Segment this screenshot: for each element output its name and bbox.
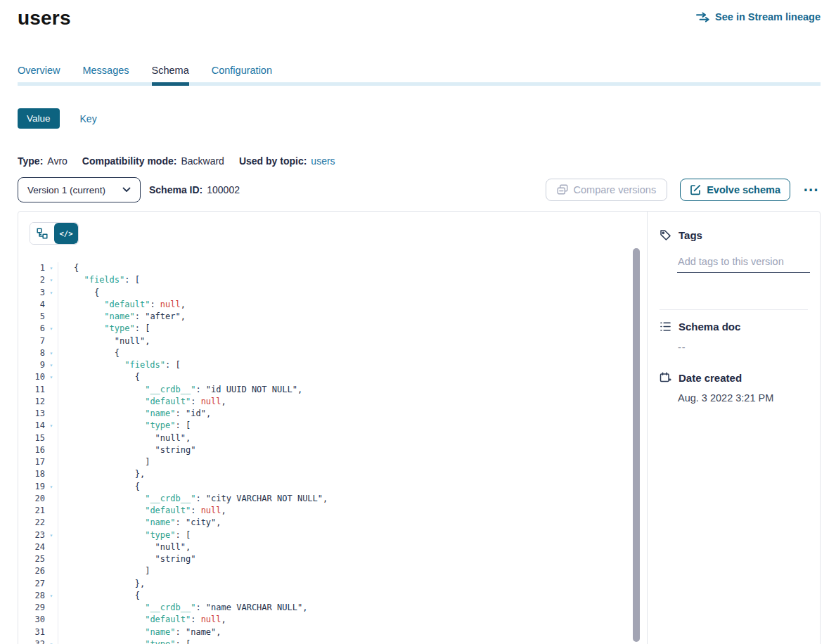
value-toggle-button[interactable]: Value [18, 108, 60, 129]
compatibility-value: Backward [181, 155, 224, 167]
version-select[interactable]: Version 1 (current) [18, 177, 141, 202]
code-line-content: "default": null, [58, 505, 226, 517]
line-number: 5 [18, 311, 45, 323]
line-number: 18 [18, 468, 45, 480]
fold-arrow-icon[interactable]: ▾ [45, 262, 58, 274]
fold-gutter [45, 432, 58, 444]
schema-doc-title: Schema doc [679, 321, 740, 333]
line-number: 10 [18, 371, 45, 383]
line-number: 12 [18, 396, 45, 408]
code-line-content: }, [58, 468, 145, 480]
schema-editor: </> 1▾{2▾ "fields": [3▾ {4 "default": nu… [18, 212, 648, 644]
schema-id: Schema ID: 100002 [149, 184, 240, 195]
fold-arrow-icon[interactable]: ▾ [45, 323, 58, 335]
schema-page: users See in Stream lineage Overview Mes… [0, 0, 836, 644]
line-number: 24 [18, 541, 45, 553]
tab-configuration[interactable]: Configuration [212, 65, 272, 86]
code-view-button[interactable]: </> [54, 223, 78, 244]
code-line-content: "__crdb__": "id UUID NOT NULL", [58, 384, 302, 396]
used-by-topic-link[interactable]: users [311, 155, 335, 167]
more-options-button[interactable]: ⋯ [803, 186, 819, 193]
tree-view-icon [37, 228, 48, 239]
tab-overview[interactable]: Overview [18, 65, 60, 86]
code-line: 5 "name": "after", [18, 311, 647, 323]
tab-messages[interactable]: Messages [82, 65, 129, 86]
code-line-content: { [58, 590, 140, 602]
compare-versions-button[interactable]: Compare versions [546, 179, 668, 201]
compare-versions-icon [557, 184, 568, 195]
type-value: Avro [47, 155, 67, 167]
code-line: 19▾ { [18, 481, 647, 493]
schema-sidebar: Tags Schema doc -- [648, 212, 820, 644]
fold-gutter [45, 468, 58, 480]
page-title: users [18, 7, 71, 30]
line-number: 2 [18, 274, 45, 286]
line-number: 14 [18, 420, 45, 432]
fold-arrow-icon[interactable]: ▾ [45, 274, 58, 286]
code-line-content: "default": null, [58, 614, 226, 626]
tags-input[interactable] [677, 256, 810, 273]
tags-section-header: Tags [660, 229, 808, 241]
code-line: 13 "name": "id", [18, 408, 647, 420]
code-line-content: "default": null, [58, 396, 226, 408]
fold-arrow-icon[interactable]: ▾ [45, 590, 58, 602]
code-line-content: "null", [58, 335, 150, 347]
code-line-content: "__crdb__": "name VARCHAR NULL", [58, 602, 307, 614]
fold-gutter [45, 408, 58, 420]
code-line: 4 "default": null, [18, 299, 647, 311]
key-toggle-button[interactable]: Key [80, 113, 97, 124]
code-line: 10▾ { [18, 371, 647, 383]
see-in-stream-lineage-link[interactable]: See in Stream lineage [696, 11, 821, 22]
fold-arrow-icon[interactable]: ▾ [45, 529, 58, 541]
line-number: 4 [18, 299, 45, 311]
fold-arrow-icon[interactable]: ▾ [45, 287, 58, 299]
fold-gutter [45, 517, 58, 529]
version-select-value: Version 1 (current) [27, 185, 105, 195]
fold-arrow-icon[interactable]: ▾ [45, 420, 58, 432]
line-number: 27 [18, 578, 45, 590]
editor-scrollbar-thumb[interactable] [633, 248, 640, 642]
editor-toolbar: </> [18, 212, 647, 245]
code-line: 20 "__crdb__": "city VARCHAR NOT NULL", [18, 493, 647, 505]
controls-right: Compare versions Evolve schema ⋯ [546, 179, 821, 201]
code-line: 9▾ "fields": [ [18, 359, 647, 371]
fold-gutter [45, 396, 58, 408]
code-line: 27 }, [18, 578, 647, 590]
fold-gutter [45, 565, 58, 577]
line-number: 23 [18, 529, 45, 541]
fold-arrow-icon[interactable]: ▾ [45, 359, 58, 371]
code-line: 2▾ "fields": [ [18, 274, 647, 286]
code-line-content: "__crdb__": "city VARCHAR NOT NULL", [58, 493, 328, 505]
line-number: 17 [18, 456, 45, 468]
calendar-icon [660, 372, 671, 384]
fold-gutter [45, 614, 58, 626]
stream-lineage-icon [696, 12, 709, 22]
fold-arrow-icon[interactable]: ▾ [45, 371, 58, 383]
fold-gutter [45, 541, 58, 553]
line-number: 20 [18, 493, 45, 505]
see-in-stream-lineage-label: See in Stream lineage [715, 11, 821, 22]
evolve-schema-button[interactable]: Evolve schema [680, 179, 790, 201]
code-line-content: "type": [ [58, 529, 191, 541]
tree-view-button[interactable] [30, 223, 54, 244]
line-number: 32 [18, 638, 45, 644]
line-number: 19 [18, 481, 45, 493]
code-line-content: "fields": [ [58, 274, 140, 286]
tab-schema[interactable]: Schema [152, 65, 189, 86]
line-number: 31 [18, 626, 45, 638]
code-line-content: }, [58, 578, 145, 590]
code-line-content: { [58, 347, 120, 359]
code-line: 30 "default": null, [18, 614, 647, 626]
code-line: 23▾ "type": [ [18, 529, 647, 541]
line-number: 22 [18, 517, 45, 529]
fold-gutter [45, 626, 58, 638]
date-created-value: Aug. 3 2022 3:21 PM [678, 392, 808, 404]
sidebar-divider [660, 309, 808, 310]
code-line: 29 "__crdb__": "name VARCHAR NULL", [18, 602, 647, 614]
fold-arrow-icon[interactable]: ▾ [45, 347, 58, 359]
line-number: 11 [18, 384, 45, 396]
code-line: 32▾ "type": [ [18, 638, 647, 644]
schema-part-toggle: Value Key [18, 108, 97, 129]
fold-arrow-icon[interactable]: ▾ [45, 638, 58, 644]
fold-arrow-icon[interactable]: ▾ [45, 481, 58, 493]
